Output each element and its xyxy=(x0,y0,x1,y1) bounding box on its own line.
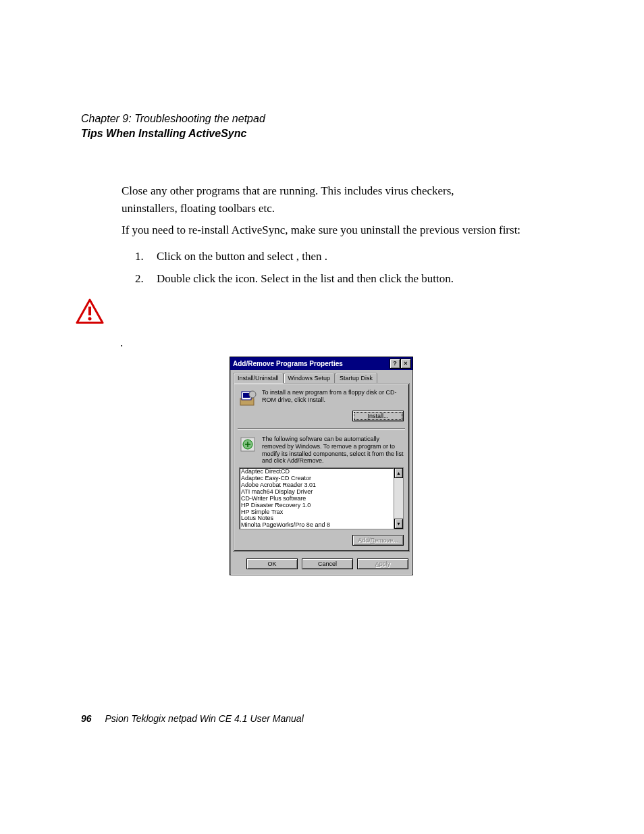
list-item: 2. Double click the icon. Select in the … xyxy=(135,269,500,288)
list-number: 1. xyxy=(135,247,157,265)
scroll-track[interactable] xyxy=(394,478,403,519)
svg-rect-5 xyxy=(243,393,250,398)
tab-install-uninstall[interactable]: Install/Uninstall xyxy=(233,373,284,384)
uninstall-icon xyxy=(239,436,258,454)
list-item: 1. Click on the button and select , then… xyxy=(135,247,500,265)
dialog-titlebar[interactable]: Add/Remove Programs Properties ? × xyxy=(230,357,412,370)
install-button[interactable]: Install... xyxy=(352,411,404,421)
instruction-list: 1. Click on the button and select , then… xyxy=(135,243,500,288)
installed-programs-listbox[interactable]: Adaptec DirectCD Adaptec Easy-CD Creator… xyxy=(239,467,404,529)
list-text: Click on the button and select , then . xyxy=(157,247,500,265)
manual-page: Chapter 9: Troubleshooting the netpad Ti… xyxy=(0,0,644,834)
add-remove-programs-dialog: Add/Remove Programs Properties ? × Insta… xyxy=(230,357,413,575)
listbox-scrollbar[interactable]: ▲ ▼ xyxy=(394,468,403,529)
tab-windows-setup[interactable]: Windows Setup xyxy=(284,373,336,384)
section-title: Tips When Installing ActiveSync xyxy=(81,126,265,141)
add-remove-button[interactable]: Add/Remove... xyxy=(352,535,404,546)
list-number: 2. xyxy=(135,269,157,288)
help-button[interactable]: ? xyxy=(390,359,400,369)
svg-point-2 xyxy=(88,317,92,321)
scroll-down-button[interactable]: ▼ xyxy=(394,519,403,529)
chapter-title: Chapter 9: Troubleshooting the netpad xyxy=(81,111,265,126)
svg-point-6 xyxy=(249,391,256,398)
tab-panel-install-uninstall: To install a new program from a floppy d… xyxy=(233,383,410,552)
tab-strip: Install/Uninstall Windows Setup Startup … xyxy=(233,373,410,384)
install-icon xyxy=(239,389,258,408)
ok-button[interactable]: OK xyxy=(246,558,298,569)
stray-period: . xyxy=(120,336,123,350)
dialog-footer: OK Cancel Apply xyxy=(230,554,412,575)
remove-instruction-text: The following software can be automatica… xyxy=(262,436,404,465)
scroll-up-button[interactable]: ▲ xyxy=(394,468,403,478)
svg-rect-1 xyxy=(88,307,91,315)
page-footer: 96 Psion Teklogix netpad Win CE 4.1 User… xyxy=(81,713,304,724)
paragraph-2: If you need to re-install ActiveSync, ma… xyxy=(122,221,540,239)
list-text: Double click the icon. Select in the lis… xyxy=(157,269,500,288)
warning-icon xyxy=(76,298,104,327)
dialog-title: Add/Remove Programs Properties xyxy=(233,360,343,367)
close-button[interactable]: × xyxy=(400,359,411,369)
page-header: Chapter 9: Troubleshooting the netpad Ti… xyxy=(81,111,265,142)
paragraph-1: Close any other programs that are runnin… xyxy=(122,182,506,217)
tab-startup-disk[interactable]: Startup Disk xyxy=(335,373,377,384)
list-item[interactable]: Minolta PageWorks/Pro 8e and 8 xyxy=(241,522,392,529)
page-number: 96 xyxy=(81,713,92,724)
apply-button[interactable]: Apply xyxy=(357,558,408,569)
cancel-button[interactable]: Cancel xyxy=(302,558,353,569)
book-title: Psion Teklogix netpad Win CE 4.1 User Ma… xyxy=(105,713,303,724)
install-instruction-text: To install a new program from a floppy d… xyxy=(262,389,404,404)
divider xyxy=(238,428,405,430)
